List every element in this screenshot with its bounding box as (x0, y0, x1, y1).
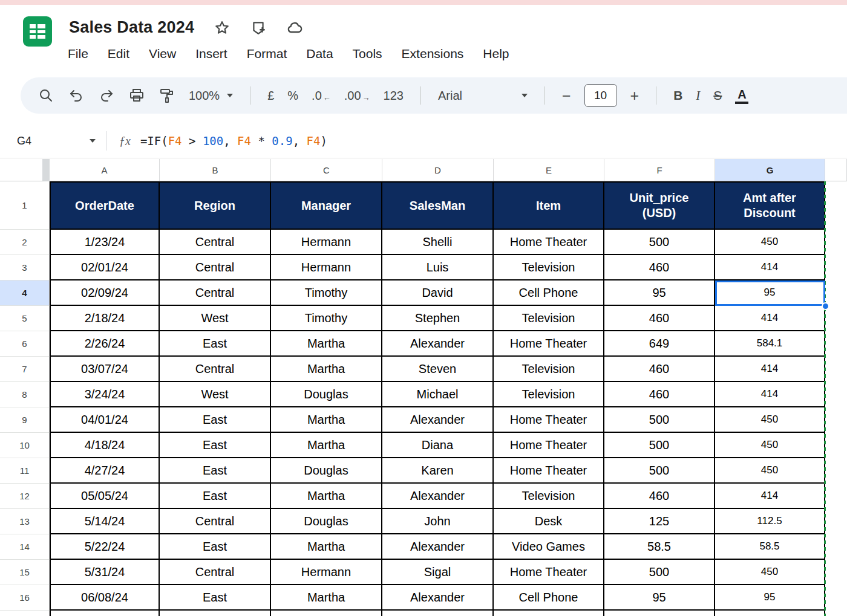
cell-E4[interactable]: Cell Phone (494, 280, 604, 306)
cell-C14[interactable]: Martha (271, 534, 382, 560)
cell-A1[interactable]: OrderDate (50, 181, 160, 230)
formula-text[interactable]: =IF(F4 > 100, F4 * 0.9, F4) (140, 134, 327, 148)
row-header-11[interactable]: 11 (0, 458, 50, 484)
cell-C7[interactable]: Martha (271, 357, 382, 382)
cell-G14[interactable]: 58.5 (715, 534, 825, 560)
cell-B11[interactable]: East (160, 458, 271, 484)
cell-E5[interactable]: Television (494, 306, 604, 331)
cell-D7[interactable]: Steven (382, 357, 494, 382)
cell-G1[interactable]: Amt after Discount (715, 181, 825, 230)
cell-G2[interactable]: 450 (715, 230, 825, 255)
column-header-A[interactable]: A (50, 159, 160, 181)
cell-E8[interactable]: Television (494, 382, 604, 407)
cell-G12[interactable]: 414 (715, 484, 825, 509)
star-icon[interactable] (214, 19, 231, 36)
row-header-3[interactable]: 3 (0, 255, 50, 280)
cell-B15[interactable]: Central (160, 560, 271, 585)
cell-C11[interactable]: Douglas (271, 458, 382, 484)
cell-C9[interactable]: Martha (271, 407, 382, 433)
cell-G16[interactable]: 95 (715, 585, 825, 611)
cell-C5[interactable]: Timothy (271, 306, 382, 331)
cell-G8[interactable]: 414 (715, 382, 825, 407)
cell-F14[interactable]: 58.5 (604, 534, 715, 560)
cell-G9[interactable]: 450 (715, 407, 825, 433)
percent-format-button[interactable]: % (287, 89, 298, 103)
cell-D9[interactable]: Alexander (382, 407, 494, 433)
cell-A7[interactable]: 03/07/24 (50, 357, 160, 382)
cell-A11[interactable]: 4/27/24 (50, 458, 160, 484)
cell-C2[interactable]: Hermann (271, 230, 382, 255)
cell-E12[interactable]: Television (494, 484, 604, 509)
cell-C16[interactable]: Martha (271, 585, 382, 611)
cell-D13[interactable]: John (382, 509, 494, 534)
cell-A5[interactable]: 2/18/24 (50, 306, 160, 331)
paint-format-icon[interactable] (159, 87, 175, 104)
cloud-status-icon[interactable] (286, 19, 303, 36)
row-header-15[interactable]: 15 (0, 560, 50, 585)
increase-decimal-button[interactable]: .00→ (344, 89, 370, 103)
print-icon[interactable] (128, 87, 145, 104)
cell-E6[interactable]: Home Theater (494, 331, 604, 357)
cell-B17[interactable]: East (160, 611, 271, 616)
cell-B12[interactable]: East (160, 484, 271, 509)
cell-C15[interactable]: Hermann (271, 560, 382, 585)
cell-G7[interactable]: 414 (715, 357, 825, 382)
cell-G3[interactable]: 414 (715, 255, 825, 280)
row-header-6[interactable]: 6 (0, 331, 50, 357)
italic-button[interactable]: I (696, 88, 700, 103)
cell-B1[interactable]: Region (160, 181, 271, 230)
cell-A3[interactable]: 02/01/24 (50, 255, 160, 280)
cell-E14[interactable]: Video Games (494, 534, 604, 560)
name-box[interactable]: G4 (0, 135, 106, 148)
more-formats-button[interactable]: 123 (384, 89, 404, 103)
cell-A14[interactable]: 5/22/24 (50, 534, 160, 560)
redo-icon[interactable] (98, 87, 115, 104)
select-all-corner[interactable] (0, 159, 50, 181)
menu-data[interactable]: Data (306, 45, 333, 63)
font-size-input[interactable]: 10 (584, 84, 617, 107)
cell-E13[interactable]: Desk (494, 509, 604, 534)
row-header-9[interactable]: 9 (0, 407, 50, 433)
cell-F7[interactable]: 460 (604, 357, 715, 382)
cell-G17[interactable]: 95 (715, 611, 825, 616)
cell-D3[interactable]: Luis (382, 255, 494, 280)
row-header-1[interactable]: 1 (0, 181, 50, 230)
cell-C4[interactable]: Timothy (271, 280, 382, 306)
cell-F11[interactable]: 500 (604, 458, 715, 484)
cell-B4[interactable]: Central (160, 280, 271, 306)
strikethrough-button[interactable]: S (713, 88, 722, 103)
cell-B9[interactable]: East (160, 407, 271, 433)
cell-A8[interactable]: 3/24/24 (50, 382, 160, 407)
cell-D16[interactable]: Alexander (382, 585, 494, 611)
undo-icon[interactable] (68, 87, 85, 104)
cell-C13[interactable]: Douglas (271, 509, 382, 534)
cell-D10[interactable]: Diana (382, 433, 494, 458)
cell-F16[interactable]: 95 (604, 585, 715, 611)
row-header-14[interactable]: 14 (0, 534, 50, 560)
cell-F17[interactable]: 95 (604, 611, 715, 616)
cell-F1[interactable]: Unit_price (USD) (604, 181, 715, 230)
cell-B14[interactable]: East (160, 534, 271, 560)
cell-F4[interactable]: 95 (604, 280, 715, 306)
cell-B5[interactable]: West (160, 306, 271, 331)
row-header-17[interactable]: 17 (0, 611, 50, 616)
search-icon[interactable] (38, 87, 54, 104)
cell-F10[interactable]: 500 (604, 433, 715, 458)
cell-D2[interactable]: Shelli (382, 230, 494, 255)
cell-G10[interactable]: 450 (715, 433, 825, 458)
cell-B3[interactable]: Central (160, 255, 271, 280)
cell-D17[interactable]: Karen (382, 611, 494, 616)
menu-format[interactable]: Format (247, 45, 287, 63)
cell-B6[interactable]: East (160, 331, 271, 357)
row-header-4[interactable]: 4 (0, 280, 50, 306)
cell-F5[interactable]: 460 (604, 306, 715, 331)
menu-file[interactable]: File (68, 45, 88, 63)
fill-handle[interactable] (822, 302, 829, 310)
cell-E10[interactable]: Home Theater (494, 433, 604, 458)
cell-C6[interactable]: Martha (271, 331, 382, 357)
cell-D8[interactable]: Michael (382, 382, 494, 407)
menu-edit[interactable]: Edit (108, 45, 129, 63)
cell-D14[interactable]: Alexander (382, 534, 494, 560)
cell-A13[interactable]: 5/14/24 (50, 509, 160, 534)
text-color-button[interactable]: A (735, 88, 748, 104)
